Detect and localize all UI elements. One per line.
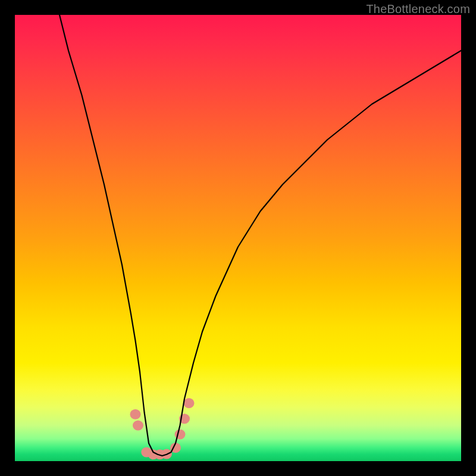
curve-marker (130, 409, 141, 419)
curve-marker (133, 420, 143, 430)
bottleneck-curve (60, 15, 461, 456)
chart-svg (15, 15, 461, 461)
chart-markers (130, 398, 195, 459)
chart-plot-area (15, 15, 461, 461)
curve-marker (184, 398, 195, 408)
watermark-text: TheBottleneck.com (366, 2, 470, 16)
